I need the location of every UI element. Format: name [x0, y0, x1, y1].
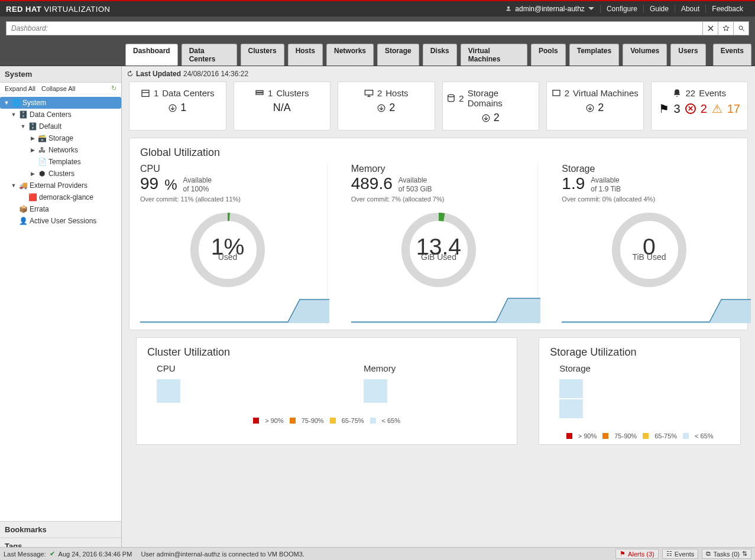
card-data-centers[interactable]: 1 Data Centers 1: [129, 82, 226, 131]
close-icon: [707, 25, 714, 32]
arrow-up-icon: [482, 114, 490, 122]
user-menu[interactable]: admin@internal-authz: [500, 5, 600, 13]
sparkline-memory: [351, 294, 540, 323]
star-icon: [722, 25, 730, 32]
provider-icon: 🚚: [19, 181, 27, 190]
sidebar-bookmarks[interactable]: Bookmarks: [0, 521, 121, 538]
alert-icon: ⚑: [620, 550, 626, 558]
tab-pools[interactable]: Pools: [531, 44, 566, 66]
tab-networks[interactable]: Networks: [326, 44, 374, 66]
tree-label: External Providers: [30, 181, 88, 190]
refresh-icon[interactable]: ↻: [111, 84, 116, 92]
tab-strip: Dashboard Data Centers Clusters Hosts Ne…: [0, 40, 755, 66]
error-icon: ✕: [685, 103, 696, 114]
heat-cell[interactable]: [559, 379, 583, 398]
tree-label: demorack-glance: [39, 193, 93, 201]
collapse-all[interactable]: Collapse All: [41, 85, 75, 92]
tree-label: Active User Sessions: [30, 217, 96, 225]
util-storage: Storage 1.9 Availableof 1.9 TiB Over com…: [562, 164, 737, 325]
tree-data-centers[interactable]: ▼ 🗄️ Data Centers: [0, 109, 121, 121]
expand-all[interactable]: Expand All: [5, 85, 35, 92]
tree-default[interactable]: ▼ 🗄️ Default: [0, 121, 121, 132]
svg-point-0: [739, 26, 743, 30]
warning-icon: ⚠: [712, 102, 722, 116]
tree-clusters[interactable]: ▶ ⬢ Clusters: [0, 168, 121, 180]
nav-configure[interactable]: Configure: [601, 5, 643, 13]
tab-storage[interactable]: Storage: [377, 44, 419, 66]
summary-cards: 1 Data Centers 1 1 Clusters N/A 2 Hosts …: [122, 82, 755, 138]
heat-title: Memory: [364, 363, 396, 373]
search-button[interactable]: [734, 21, 749, 35]
tab-volumes[interactable]: Volumes: [623, 44, 667, 66]
cluster-icon: [255, 89, 264, 98]
content: Last Updated 24/08/2016 14:36:22 1 Data …: [122, 66, 755, 554]
bookmark-button[interactable]: [718, 21, 734, 35]
tab-clusters[interactable]: Clusters: [241, 44, 284, 66]
bell-icon: [672, 89, 682, 98]
tree-demorack[interactable]: 🟥 demorack-glance: [0, 191, 121, 203]
network-icon: 🖧: [38, 146, 46, 154]
svg-rect-5: [365, 90, 372, 95]
svg-rect-3: [256, 90, 263, 92]
last-updated-value: 24/08/2016 14:36:22: [183, 70, 248, 78]
heat-title: CPU: [157, 363, 180, 373]
topbar: RED HAT VIRTUALIZATION admin@internal-au…: [0, 1, 755, 17]
tree-external-providers[interactable]: ▼ 🚚 External Providers: [0, 180, 121, 191]
panel-title: Storage Utilization: [550, 346, 730, 359]
tree-networks[interactable]: ▶ 🖧 Networks: [0, 144, 121, 156]
tab-templates[interactable]: Templates: [569, 44, 619, 66]
card-vms[interactable]: 2 Virtual Machines 2: [546, 82, 644, 131]
util-title: Memory: [351, 164, 526, 174]
user-icon: [506, 6, 511, 12]
refresh-icon[interactable]: [127, 70, 134, 77]
card-hosts[interactable]: 2 Hosts 2: [338, 82, 435, 131]
tree-sessions[interactable]: 👤 Active User Sessions: [0, 215, 121, 227]
nav-about[interactable]: About: [675, 5, 705, 13]
tree-errata[interactable]: 📦 Errata: [0, 203, 121, 215]
tree-label: Templates: [48, 158, 81, 166]
search-input[interactable]: [7, 24, 702, 32]
card-events[interactable]: 22 Events ⚑3 ✕2 ⚠17: [651, 82, 748, 131]
nav-feedback[interactable]: Feedback: [706, 5, 749, 13]
card-clusters[interactable]: 1 Clusters N/A: [234, 82, 331, 131]
tree-system[interactable]: ▼ 🌐 System: [0, 97, 121, 109]
heat-cell[interactable]: [157, 379, 180, 403]
tab-vms[interactable]: Virtual Machines: [461, 44, 527, 66]
status-alerts[interactable]: ⚑Alerts (3): [615, 549, 659, 559]
events-icon: ☷: [666, 550, 672, 558]
tab-events[interactable]: Events: [713, 44, 751, 66]
heat-cell[interactable]: [364, 379, 387, 403]
user-label: admin@internal-authz: [515, 5, 585, 13]
storage-icon: 🗃️: [38, 134, 46, 142]
tasks-icon: ⧉: [706, 550, 711, 558]
datacenter-icon: [141, 89, 150, 98]
tree-label: Clusters: [48, 170, 74, 178]
heat-cell[interactable]: [559, 399, 583, 418]
host-icon: [364, 89, 374, 98]
status-events[interactable]: ☷Events: [662, 549, 699, 559]
clear-button[interactable]: [703, 21, 718, 35]
nav-guide[interactable]: Guide: [644, 5, 675, 13]
sidebar-header: System: [0, 66, 121, 83]
tab-disks[interactable]: Disks: [423, 44, 457, 66]
user-icon: 👤: [19, 217, 27, 225]
tab-users[interactable]: Users: [670, 44, 705, 66]
panel-title: Global Utilization: [140, 146, 737, 159]
tree-templates[interactable]: 📄 Templates: [0, 156, 121, 168]
last-updated: Last Updated 24/08/2016 14:36:22: [122, 66, 755, 82]
tree-storage[interactable]: ▶ 🗃️ Storage: [0, 132, 121, 144]
search-input-wrapper: [6, 21, 703, 35]
tab-dashboard[interactable]: Dashboard: [125, 44, 178, 66]
legend: > 90% 75-90% 65-75% < 65%: [147, 417, 506, 424]
svg-text:TiB Used: TiB Used: [633, 252, 666, 262]
sparkline-storage: [562, 294, 751, 323]
card-storage-domains[interactable]: 2 Storage Domains 2: [442, 82, 540, 131]
tab-hosts[interactable]: Hosts: [288, 44, 323, 66]
tree-label: System: [22, 99, 46, 107]
check-icon: ✔: [50, 550, 55, 558]
tab-data-centers[interactable]: Data Centers: [182, 44, 237, 66]
donut-cpu: 1% Used: [186, 209, 269, 291]
brand-logo: RED HAT VIRTUALIZATION: [6, 5, 110, 14]
status-timestamp: Aug 24, 2016 6:34:46 PM: [59, 551, 132, 558]
status-tasks[interactable]: ⧉Tasks (0)⇅: [702, 549, 751, 559]
